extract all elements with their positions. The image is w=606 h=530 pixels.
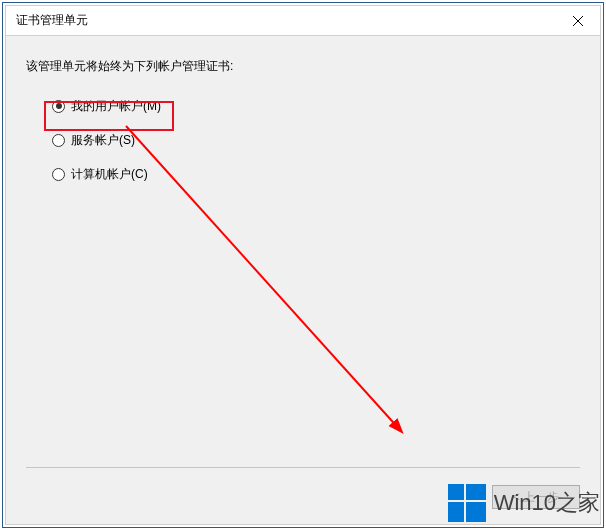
back-button[interactable]: < 上一步 (492, 485, 580, 509)
radio-my-user-account[interactable]: 我的用户帐户(M) (52, 97, 580, 115)
separator (26, 467, 580, 468)
close-button[interactable] (555, 6, 600, 35)
radio-label: 我的用户帐户(M) (71, 98, 161, 115)
dialog-content: 该管理单元将始终为下列帐户管理证书: 我的用户帐户(M) 服务帐户(S) 计算机… (6, 36, 600, 524)
radio-label: 服务帐户(S) (71, 132, 135, 149)
prompt-text: 该管理单元将始终为下列帐户管理证书: (26, 58, 580, 75)
close-icon (573, 16, 583, 26)
radio-label: 计算机帐户(C) (71, 166, 148, 183)
radio-computer-account[interactable]: 计算机帐户(C) (52, 165, 580, 183)
window-title: 证书管理单元 (16, 12, 88, 29)
radio-icon (52, 134, 65, 147)
button-row: < 上一步 (492, 485, 580, 509)
button-label: < 上一步 (513, 489, 559, 506)
radio-service-account[interactable]: 服务帐户(S) (52, 131, 580, 149)
certificate-snap-in-dialog: 证书管理单元 该管理单元将始终为下列帐户管理证书: 我的用户帐户(M) 服务帐户… (5, 5, 601, 525)
account-radio-group: 我的用户帐户(M) 服务帐户(S) 计算机帐户(C) (26, 97, 580, 183)
titlebar: 证书管理单元 (6, 6, 600, 36)
radio-icon (52, 168, 65, 181)
radio-icon (52, 100, 65, 113)
